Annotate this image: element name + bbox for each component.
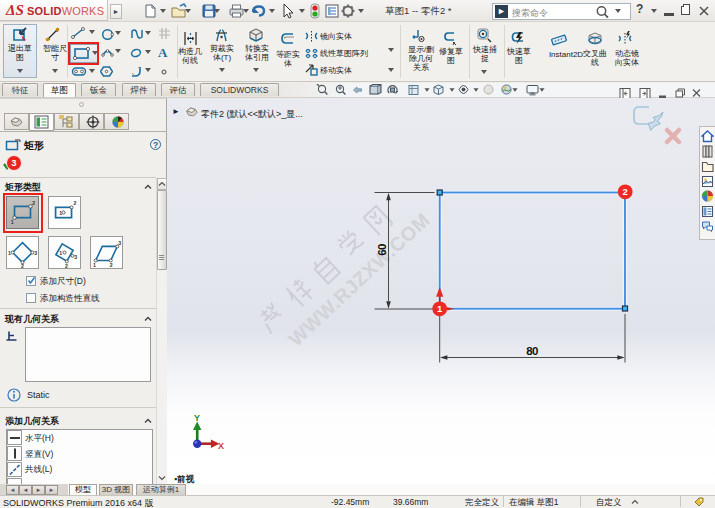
- svg-text:WWW.RJZXW.COM: WWW.RJZXW.COM: [284, 208, 434, 350]
- svg-text:3: 3: [118, 240, 121, 246]
- svg-text:1: 1: [59, 250, 62, 256]
- svg-text:2: 2: [21, 263, 24, 268]
- svg-text:1: 1: [59, 210, 62, 216]
- svg-text:3: 3: [34, 250, 37, 256]
- svg-text:80: 80: [526, 345, 538, 357]
- svg-text:1: 1: [93, 262, 96, 268]
- svg-text:2: 2: [110, 262, 113, 268]
- svg-text:X: X: [218, 441, 224, 451]
- svg-text:1: 1: [437, 303, 443, 314]
- svg-text:Y: Y: [194, 413, 200, 423]
- svg-text:2: 2: [65, 263, 68, 268]
- svg-text:3: 3: [74, 254, 77, 260]
- svg-text:2: 2: [73, 200, 76, 206]
- svg-text:2: 2: [623, 186, 628, 197]
- svg-text:1: 1: [8, 250, 11, 256]
- svg-text:60: 60: [376, 244, 388, 256]
